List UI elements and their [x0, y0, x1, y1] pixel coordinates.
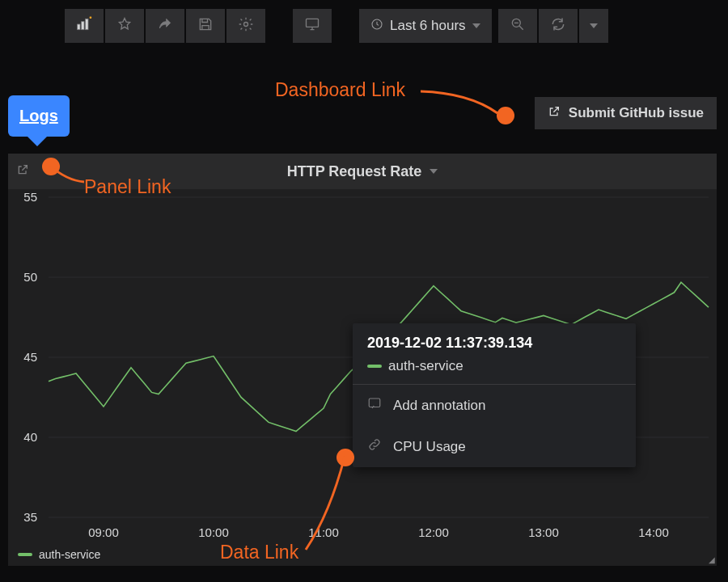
resize-handle-icon[interactable]: ◢	[709, 555, 715, 564]
toolbar-group-right	[498, 9, 608, 43]
settings-button[interactable]	[226, 9, 265, 43]
star-button[interactable]	[105, 9, 144, 43]
chevron-down-icon	[472, 23, 480, 28]
save-icon	[197, 16, 214, 36]
toolbar-group-left	[65, 9, 265, 43]
external-link-icon	[548, 105, 561, 122]
chevron-down-icon	[590, 23, 598, 28]
bar-chart-plus-icon	[76, 16, 92, 36]
panel-header[interactable]: HTTP Request Rate	[8, 154, 717, 189]
chevron-down-icon	[430, 169, 438, 174]
svg-text:09:00: 09:00	[88, 525, 119, 539]
svg-text:45: 45	[23, 350, 37, 364]
panel-external-link-icon[interactable]	[16, 163, 29, 180]
svg-text:40: 40	[23, 430, 37, 444]
legend-swatch	[18, 553, 32, 556]
svg-text:11:00: 11:00	[308, 525, 339, 539]
share-icon	[157, 16, 173, 36]
svg-text:55: 55	[23, 190, 37, 204]
view-mode-button[interactable]	[293, 9, 332, 43]
chain-link-icon	[367, 437, 382, 456]
top-toolbar: Last 6 hours	[65, 8, 717, 44]
legend-swatch	[367, 365, 382, 368]
dashboard-link-label: Submit GitHub issue	[569, 105, 704, 121]
panel-title: HTTP Request Rate	[287, 163, 422, 180]
chart-legend: auth-service ◢	[8, 542, 717, 566]
star-icon	[116, 16, 133, 36]
svg-rect-4	[307, 19, 319, 27]
save-button[interactable]	[186, 9, 225, 43]
refresh-interval-button[interactable]	[579, 9, 608, 43]
data-link-label: CPU Usage	[393, 439, 466, 455]
clock-icon	[370, 18, 383, 35]
context-menu-header: 2019-12-02 11:37:39.134 auth-service	[353, 323, 636, 384]
add-annotation-item[interactable]: Add annotation	[353, 385, 636, 426]
refresh-icon	[550, 16, 566, 36]
svg-rect-1	[82, 21, 84, 29]
chart-context-menu: 2019-12-02 11:37:39.134 auth-service Add…	[353, 323, 636, 467]
dashboard-link[interactable]: Submit GitHub issue	[535, 97, 717, 129]
svg-text:35: 35	[23, 510, 37, 524]
context-series-label: auth-service	[388, 358, 463, 374]
annotation-arrow	[421, 89, 510, 121]
zoom-out-button[interactable]	[498, 9, 537, 43]
time-range-picker[interactable]: Last 6 hours	[359, 9, 492, 43]
add-annotation-label: Add annotation	[393, 398, 485, 414]
svg-text:12:00: 12:00	[418, 525, 449, 539]
monitor-icon	[304, 16, 320, 36]
svg-rect-2	[86, 19, 88, 29]
context-timestamp: 2019-12-02 11:37:39.134	[367, 335, 621, 352]
annotation-dashboard-link: Dashboard Link	[275, 79, 405, 101]
annotation-icon	[367, 396, 382, 415]
dashboard-link-row: Submit GitHub issue	[535, 97, 717, 129]
svg-rect-0	[78, 24, 80, 30]
svg-text:50: 50	[23, 270, 37, 284]
refresh-button[interactable]	[539, 9, 578, 43]
zoom-out-icon	[510, 16, 526, 36]
panel-link-popover[interactable]: Logs	[8, 95, 70, 137]
annotation-dot	[497, 107, 514, 124]
data-link-item[interactable]: CPU Usage	[353, 426, 636, 467]
svg-text:13:00: 13:00	[528, 525, 559, 539]
context-series: auth-service	[367, 358, 621, 374]
legend-series-label[interactable]: auth-service	[39, 548, 100, 561]
share-button[interactable]	[146, 9, 184, 43]
panel-link-label: Logs	[19, 107, 58, 124]
svg-rect-23	[369, 399, 380, 407]
svg-text:10:00: 10:00	[198, 525, 229, 539]
svg-text:14:00: 14:00	[638, 525, 669, 539]
time-range-label: Last 6 hours	[390, 18, 466, 34]
add-panel-button[interactable]	[65, 9, 104, 43]
gear-icon	[238, 16, 254, 36]
svg-point-3	[244, 22, 248, 26]
